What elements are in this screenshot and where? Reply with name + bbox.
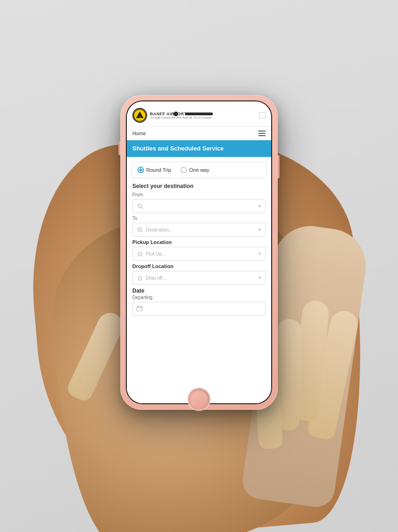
svg-point-6 xyxy=(138,228,141,231)
trip-type-selector: Round Trip One way xyxy=(131,162,267,178)
round-trip-label: Round Trip xyxy=(146,167,171,173)
to-value: Destination... xyxy=(146,227,255,232)
phone-frame: BANFF AIRPORTER. 141 Eagle Crescent, Box… xyxy=(120,95,278,410)
svg-rect-10 xyxy=(137,307,143,311)
volume-button xyxy=(118,141,120,155)
to-chevron-icon: ▼ xyxy=(258,228,261,232)
logo-container: BANFF AIRPORTER. 141 Eagle Crescent, Box… xyxy=(132,108,211,123)
dropoff-section: Dropoff Location Drop off... ▼ xyxy=(127,263,271,288)
section-title: Shuttles and Scheduled Service xyxy=(132,145,266,153)
dropoff-location-icon xyxy=(137,275,143,281)
svg-marker-8 xyxy=(137,252,142,257)
from-label: From xyxy=(132,192,266,197)
to-field[interactable]: Destination... ▼ xyxy=(132,223,266,237)
to-search-icon xyxy=(137,226,143,233)
power-button xyxy=(278,155,280,178)
section-header: Shuttles and Scheduled Service xyxy=(127,140,271,157)
pickup-field[interactable]: Pick Up... ▼ xyxy=(132,247,266,261)
logo-icon xyxy=(132,108,147,123)
round-trip-radio[interactable] xyxy=(137,167,144,173)
date-field[interactable] xyxy=(132,302,266,316)
svg-point-4 xyxy=(138,204,141,207)
pickup-label: Pickup Location xyxy=(132,239,266,245)
date-section: Date Departing xyxy=(127,288,271,319)
brand-tagline: 141 Eagle Crescent, Box 2524, Banff, AB,… xyxy=(150,116,211,119)
departing-label: Departing xyxy=(132,295,266,300)
from-chevron-icon: ▼ xyxy=(258,204,261,208)
from-field[interactable]: ▼ xyxy=(132,199,266,213)
svg-line-5 xyxy=(141,207,142,208)
pickup-chevron-icon: ▼ xyxy=(258,252,261,256)
pickup-section: Pickup Location Pick Up... ▼ xyxy=(127,239,271,263)
dropoff-chevron-icon: ▼ xyxy=(258,276,261,280)
pickup-location-icon xyxy=(137,250,143,257)
nav-bar: Home xyxy=(127,127,271,140)
one-way-radio[interactable] xyxy=(180,167,187,173)
nav-home-label: Home xyxy=(132,131,146,136)
dropoff-field[interactable]: Drop off... ▼ xyxy=(132,271,266,285)
from-search-icon xyxy=(137,203,143,209)
destination-title: Select your destination xyxy=(132,183,266,189)
round-trip-option[interactable]: Round Trip xyxy=(137,167,171,173)
main-content: Round Trip One way Select your destinati… xyxy=(127,157,271,403)
round-trip-radio-dot xyxy=(139,169,142,171)
destination-section: Select your destination From xyxy=(127,183,271,239)
one-way-option[interactable]: One way xyxy=(180,167,209,173)
calendar-icon xyxy=(137,306,143,312)
svg-line-7 xyxy=(141,231,142,232)
pickup-value: Pick Up... xyxy=(146,251,255,257)
to-label: To xyxy=(132,216,266,221)
date-title: Date xyxy=(132,288,266,294)
header-checkbox[interactable] xyxy=(259,112,266,119)
home-button[interactable] xyxy=(187,388,211,411)
svg-marker-9 xyxy=(137,276,142,281)
one-way-label: One way xyxy=(189,167,209,173)
dropoff-value: Drop off... xyxy=(146,275,255,281)
dropoff-label: Dropoff Location xyxy=(132,263,266,269)
front-camera xyxy=(174,112,178,116)
hamburger-menu[interactable] xyxy=(258,131,266,136)
speaker xyxy=(185,113,213,115)
